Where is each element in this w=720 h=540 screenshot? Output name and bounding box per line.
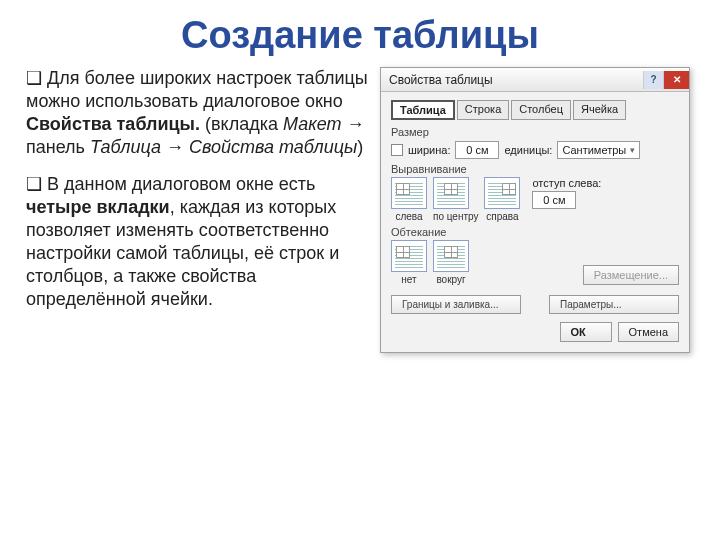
- table-properties-dialog: Свойства таблицы ? ✕ Таблица Строка Стол…: [380, 67, 690, 353]
- para1-i3: Свойства таблицы: [189, 137, 357, 157]
- align-center-label: по центру: [433, 211, 478, 222]
- tab-cell[interactable]: Ячейка: [573, 100, 626, 120]
- para1-arrow1: →: [341, 114, 364, 134]
- wrap-group: нет вокруг: [391, 240, 469, 285]
- borders-button[interactable]: Границы и заливка...: [391, 295, 521, 314]
- units-label: единицы:: [504, 144, 552, 156]
- para1-arrow2: →: [161, 137, 189, 157]
- align-left-label: слева: [391, 211, 427, 222]
- wrap-label: Обтекание: [391, 226, 679, 238]
- para2-bold: четыре вкладки: [26, 197, 170, 217]
- paragraph-2: ❑ В данном диалоговом окне есть четыре в…: [26, 173, 370, 311]
- help-button[interactable]: ?: [643, 71, 663, 89]
- wrap-none-icon[interactable]: [391, 240, 427, 272]
- text-column: ❑ Для более широких настроек таблицы мож…: [0, 67, 380, 325]
- indent-spinner[interactable]: 0 см: [532, 191, 576, 209]
- para1-mid2: панель: [26, 137, 90, 157]
- size-label: Размер: [391, 126, 679, 138]
- indent-box: отступ слева: 0 см: [532, 177, 601, 209]
- para1-i2: Таблица: [90, 137, 161, 157]
- params-button[interactable]: Параметры...: [549, 295, 679, 314]
- wrap-around-label: вокруг: [433, 274, 469, 285]
- tab-strip: Таблица Строка Столбец Ячейка: [391, 100, 679, 120]
- tab-column[interactable]: Столбец: [511, 100, 571, 120]
- width-spinner[interactable]: 0 см: [455, 141, 499, 159]
- alignment-label: Выравнивание: [391, 163, 679, 175]
- cancel-button[interactable]: Отмена: [618, 322, 679, 342]
- align-center-icon[interactable]: [433, 177, 469, 209]
- units-dropdown[interactable]: Сантиметры: [557, 141, 640, 159]
- placement-button[interactable]: Размещение...: [583, 265, 679, 285]
- alignment-group: слева по центру справа: [391, 177, 520, 222]
- dialog-title: Свойства таблицы: [389, 73, 643, 87]
- align-left-icon[interactable]: [391, 177, 427, 209]
- wrap-none-label: нет: [391, 274, 427, 285]
- width-checkbox[interactable]: [391, 144, 403, 156]
- para1-i1: Макет: [283, 114, 342, 134]
- align-right-label: справа: [484, 211, 520, 222]
- width-check-label: ширина:: [408, 144, 450, 156]
- units-value: Сантиметры: [562, 144, 626, 156]
- ok-button[interactable]: ОК: [560, 322, 612, 342]
- tab-row[interactable]: Строка: [457, 100, 509, 120]
- dialog-titlebar[interactable]: Свойства таблицы ? ✕: [381, 68, 689, 92]
- para1-bold: Свойства таблицы.: [26, 114, 200, 134]
- align-right-icon[interactable]: [484, 177, 520, 209]
- slide-title: Создание таблицы: [0, 14, 720, 57]
- paragraph-1: ❑ Для более широких настроек таблицы мож…: [26, 67, 370, 159]
- close-button[interactable]: ✕: [663, 71, 689, 89]
- para1-end: ): [357, 137, 363, 157]
- para1-text: ❑ Для более широких настроек таблицы мож…: [26, 68, 368, 111]
- para2-prefix: ❑ В данном диалоговом окне есть: [26, 174, 315, 194]
- wrap-around-icon[interactable]: [433, 240, 469, 272]
- para1-mid1: (вкладка: [200, 114, 283, 134]
- tab-table[interactable]: Таблица: [391, 100, 455, 120]
- indent-label: отступ слева:: [532, 177, 601, 189]
